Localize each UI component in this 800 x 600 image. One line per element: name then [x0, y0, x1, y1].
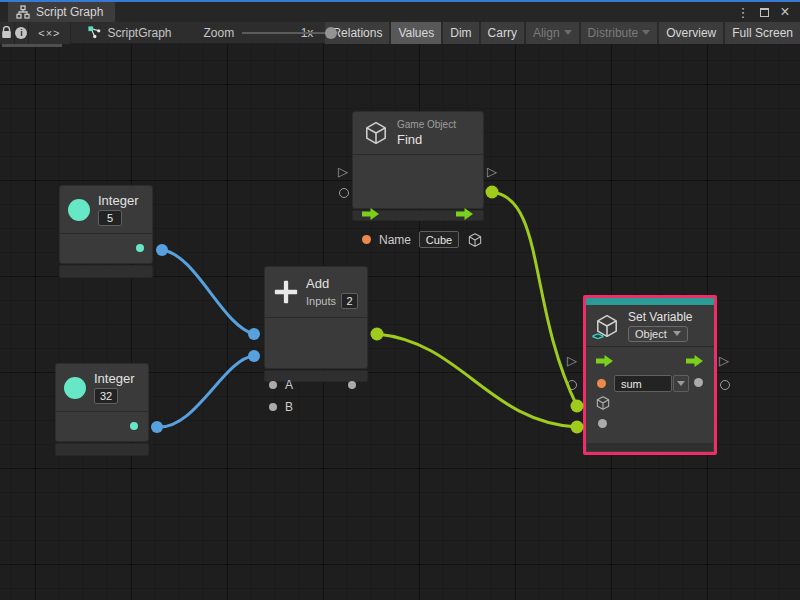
- wire-find-to-setvar-object[interactable]: [492, 192, 577, 406]
- setvar-name-outer-port[interactable]: [567, 380, 577, 390]
- setvar-flow-in-outer-port[interactable]: ▷: [567, 354, 577, 367]
- node-footer: [587, 443, 713, 451]
- find-name-outer-port[interactable]: [339, 188, 349, 198]
- game-object-cube-icon: [363, 120, 389, 146]
- object-port-cube-icon[interactable]: [595, 395, 611, 411]
- toolbar-button-group: Relations Values Dim Carry Align Distrib…: [325, 22, 800, 44]
- add-output-port[interactable]: [348, 381, 356, 389]
- window-controls: ⋮ ×: [736, 2, 800, 22]
- close-icon[interactable]: ×: [778, 5, 792, 19]
- node-title: Integer: [94, 371, 134, 386]
- integer-output-port[interactable]: [136, 244, 144, 252]
- graph-name-label: ScriptGraph: [108, 26, 172, 40]
- node-title: Integer: [98, 193, 138, 208]
- graph-toolbar: i <×> ScriptGraph Zoom 1x Relations Valu…: [0, 22, 800, 44]
- add-plus-icon: [274, 278, 298, 306]
- node-set-variable[interactable]: <> Set Variable Object: [583, 295, 717, 455]
- find-name-port[interactable]: [362, 235, 371, 244]
- find-flow-out-outer-port[interactable]: ▷: [487, 165, 497, 178]
- carry-button[interactable]: Carry: [481, 22, 526, 44]
- tab-title: Script Graph: [36, 5, 103, 19]
- integer-type-icon: [68, 199, 90, 221]
- setvar-output-outer-port[interactable]: [720, 380, 730, 390]
- overview-button[interactable]: Overview: [659, 22, 725, 44]
- graph-name-breadcrumb[interactable]: ScriptGraph: [87, 25, 172, 40]
- distribute-dropdown[interactable]: Distribute: [581, 22, 660, 44]
- code-view-button[interactable]: <×>: [29, 22, 70, 44]
- tab-bar: Script Graph ⋮ ×: [0, 2, 800, 22]
- code-brackets-icon: <>: [592, 330, 603, 342]
- node-integer-5[interactable]: Integer 5: [60, 186, 152, 277]
- zoom-slider-handle[interactable]: [325, 27, 337, 39]
- node-footer: [56, 444, 148, 455]
- variable-name-port[interactable]: [597, 379, 606, 388]
- name-value-field[interactable]: Cube: [419, 231, 459, 248]
- integer-value-field[interactable]: 5: [98, 210, 122, 226]
- flow-input-arrow-icon[interactable]: [362, 208, 380, 220]
- node-add[interactable]: Add Inputs 2 A B: [265, 267, 367, 381]
- lock-icon: [1, 26, 12, 39]
- zoom-label: Zoom: [204, 26, 235, 40]
- node-title: Find: [397, 132, 422, 147]
- variable-name-field[interactable]: sum: [614, 375, 672, 392]
- name-label: Name: [379, 233, 411, 247]
- chevron-down-icon: [642, 30, 650, 35]
- add-input-b-port[interactable]: [269, 403, 277, 411]
- integer-value-field[interactable]: 32: [94, 388, 118, 404]
- variable-name-dropdown-button[interactable]: [673, 375, 689, 392]
- set-variable-output-value-port[interactable]: [694, 378, 703, 387]
- script-graph-window: Script Graph ⋮ × i <×>: [0, 0, 800, 600]
- values-button[interactable]: Values: [391, 22, 443, 44]
- node-integer-32[interactable]: Integer 32: [56, 364, 148, 455]
- wire-endpoints: [151, 186, 584, 434]
- game-object-target-icon: [467, 232, 483, 248]
- chevron-down-icon: [677, 381, 685, 386]
- code-icon: <×>: [38, 27, 60, 39]
- variable-name-combo[interactable]: sum: [614, 375, 689, 392]
- integer-type-icon: [64, 377, 86, 399]
- node-title: Set Variable: [628, 310, 692, 324]
- tab-script-graph[interactable]: Script Graph: [8, 2, 115, 22]
- flow-input-arrow-icon[interactable]: [596, 355, 614, 367]
- graph-hierarchy-icon: [16, 5, 30, 19]
- find-flow-in-outer-port[interactable]: ▷: [338, 165, 348, 178]
- lock-button[interactable]: [0, 22, 15, 44]
- port-b-label: B: [285, 400, 293, 414]
- node-subtitle: Game Object: [397, 119, 456, 130]
- set-variable-input-value-port[interactable]: [598, 419, 607, 428]
- node-game-object-find[interactable]: Game Object Find Name Cube: [353, 112, 483, 220]
- dim-button[interactable]: Dim: [443, 22, 480, 44]
- flow-output-arrow-icon[interactable]: [456, 208, 474, 220]
- window-menu-icon[interactable]: ⋮: [736, 5, 750, 19]
- zoom-slider-track: [242, 32, 338, 34]
- graph-canvas[interactable]: Integer 5 Integer 32: [0, 44, 800, 600]
- port-a-label: A: [285, 378, 293, 392]
- maximize-icon[interactable]: [757, 5, 771, 19]
- variable-kind-strip: [586, 298, 714, 305]
- chevron-down-icon: [673, 331, 681, 336]
- integer-output-port[interactable]: [130, 422, 138, 430]
- variable-scope-dropdown[interactable]: Object: [628, 326, 688, 342]
- setvar-flow-out-outer-port[interactable]: ▷: [719, 354, 729, 367]
- info-button[interactable]: i: [15, 22, 30, 44]
- wire-add-to-setvar-value[interactable]: [377, 334, 577, 427]
- horizontal-scrollbar-thumb[interactable]: [2, 44, 62, 47]
- add-input-a-port[interactable]: [269, 381, 277, 389]
- align-dropdown[interactable]: Align: [526, 22, 581, 44]
- inputs-count-field[interactable]: 2: [341, 293, 358, 309]
- inputs-label: Inputs: [306, 295, 336, 307]
- info-icon: i: [15, 27, 27, 39]
- set-variable-icon: <>: [594, 313, 620, 339]
- zoom-slider[interactable]: [242, 22, 296, 44]
- node-title: Add: [306, 276, 358, 291]
- wire-integer5-to-add-a[interactable]: [162, 250, 254, 334]
- full-screen-button[interactable]: Full Screen: [725, 22, 800, 44]
- node-footer: [60, 266, 152, 277]
- wire-integer32-to-add-b[interactable]: [157, 356, 254, 427]
- script-graph-icon: [87, 25, 102, 40]
- chevron-down-icon: [564, 30, 572, 35]
- flow-output-arrow-icon[interactable]: [686, 355, 704, 367]
